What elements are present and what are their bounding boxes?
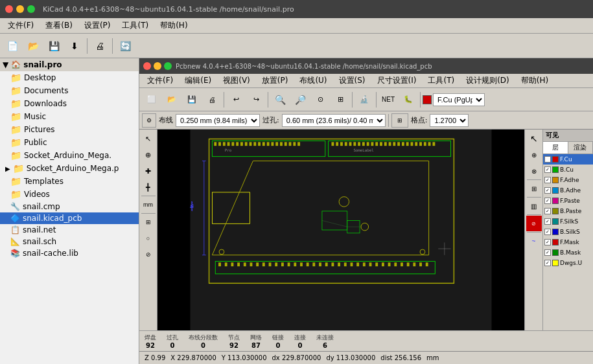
maximize-button[interactable] <box>27 5 35 13</box>
tab-render[interactable]: 渲染 <box>568 142 594 154</box>
menu-help[interactable]: 帮助(H) <box>155 19 192 32</box>
pcb-menu-design-rules[interactable]: 设计规则(D) <box>461 74 515 87</box>
layer-vis-badhe[interactable] <box>544 187 551 194</box>
layer-bmask[interactable]: B.Mask <box>543 247 593 258</box>
layer-bpaste[interactable]: B.Paste <box>543 206 593 216</box>
pcb-print-btn[interactable]: 🖨 <box>202 90 222 109</box>
layer-fsilks[interactable]: F.SilkS <box>543 216 593 227</box>
pcb-max-btn[interactable] <box>164 62 172 70</box>
pcb-undo-btn[interactable]: ↩ <box>226 90 246 109</box>
layers-tabs[interactable]: 层 渲染 <box>543 142 593 154</box>
drc-run-btn[interactable]: ⊘ <box>526 216 542 231</box>
pcb-redo-btn[interactable]: ↪ <box>246 90 266 109</box>
via-size-select[interactable]: 0.60 mm (23.6 mils)/ 0.40 mm (15.7 mils)… <box>282 114 386 127</box>
via-tool-btn[interactable]: ○ <box>141 231 156 246</box>
layer-bcu[interactable]: B.Cu <box>543 165 593 175</box>
pcb-zoom-in-btn[interactable]: 🔍 <box>270 90 290 109</box>
close-button[interactable] <box>5 5 13 13</box>
route-tool-btn[interactable]: ✚ <box>141 163 156 179</box>
print-btn[interactable]: 🖨 <box>90 36 110 56</box>
component-grid-btn[interactable]: ⊞ <box>526 181 542 196</box>
pcb-menu-view[interactable]: 视图(V) <box>218 74 255 87</box>
pcb-menu-edit[interactable]: 编辑(E) <box>180 74 216 87</box>
layer-vis-bmask[interactable] <box>544 249 551 256</box>
route-mode-btn[interactable]: ~ <box>526 233 542 249</box>
layer-vis-fcu[interactable] <box>544 156 551 163</box>
layer-fcu[interactable]: F.Cu <box>543 154 593 165</box>
pcb-netlist-btn[interactable]: NET <box>378 90 398 109</box>
pcb-menu-settings[interactable]: 设置(S) <box>334 74 371 87</box>
outer-window-controls[interactable] <box>5 5 35 13</box>
active-layer-select[interactable]: F.Cu (PgUp) <box>433 93 485 106</box>
open-btn[interactable]: 📂 <box>23 36 43 56</box>
pcb-zoom-out-btn[interactable]: 🔎 <box>290 90 310 109</box>
tree-videos[interactable]: 📁 Videos <box>0 188 139 201</box>
pcb-close-btn[interactable] <box>143 62 151 70</box>
menu-settings[interactable]: 设置(P) <box>79 19 116 32</box>
layer-vis-fsilks[interactable] <box>544 218 551 225</box>
cursor-tool-btn[interactable]: ↖ <box>526 131 542 146</box>
zone-fill-btn[interactable]: ▥ <box>526 198 542 214</box>
arrow-tool-btn[interactable]: ↖ <box>141 131 156 146</box>
tree-desktop[interactable]: 📁 Desktop <box>0 71 139 84</box>
layer-fpaste[interactable]: F.Paste <box>543 196 593 206</box>
tree-snail-net[interactable]: 📋 snail.net <box>0 224 139 236</box>
pcb-drc-btn[interactable]: 🐛 <box>399 90 418 109</box>
pcb-win-controls[interactable] <box>143 62 172 70</box>
tree-socket2[interactable]: ▶ 📁 Socket_Arduino_Mega.p <box>0 162 139 175</box>
pcb-open-btn[interactable]: 📂 <box>162 90 181 109</box>
layer-vis-bpaste[interactable] <box>544 208 551 214</box>
tree-snail-kicad-pcb[interactable]: 🔷 snail.kicad_pcb <box>0 212 139 224</box>
layer-vis-bsilks[interactable] <box>544 229 551 235</box>
trace-width-select[interactable]: 0.250 mm (9.84 mils) * <box>176 114 260 127</box>
layer-vis-fpaste[interactable] <box>544 198 551 204</box>
layer-vis-dwgsu[interactable] <box>544 260 551 266</box>
menu-view[interactable]: 查看(B) <box>40 19 78 32</box>
pcb-menu-dimensions[interactable]: 尺寸设置(I) <box>372 74 422 87</box>
pcb-canvas[interactable]: Pro SomeLabel ~In~ <box>157 130 524 330</box>
layer-fmask[interactable]: F.Mask <box>543 237 593 247</box>
new-btn[interactable]: 📄 <box>3 36 22 56</box>
pcb-menu-help[interactable]: 帮助(H) <box>516 74 553 87</box>
route-single-btn[interactable]: ⊕ <box>526 147 542 163</box>
route-diff-btn[interactable]: ⊗ <box>526 163 542 179</box>
tree-socket1[interactable]: 📁 Socket_Arduino_Mega. <box>0 149 139 162</box>
route2-tool-btn[interactable]: ╋ <box>141 179 156 195</box>
grid-settings-btn[interactable]: ⊞ <box>391 113 408 128</box>
layer-selector[interactable]: F.Cu (PgUp) <box>423 93 485 106</box>
layer-vis-bcu[interactable] <box>544 166 551 173</box>
pcb-menu-route[interactable]: 布线(U) <box>294 74 332 87</box>
project-root[interactable]: ▼ 🏠 snail.pro <box>0 58 139 71</box>
route-settings-btn[interactable]: ⚙ <box>142 113 156 128</box>
pcb-menu-place[interactable]: 放置(P) <box>257 74 294 87</box>
menu-tools[interactable]: 工具(T) <box>117 19 154 32</box>
layer-bsilks[interactable]: B.SilkS <box>543 227 593 237</box>
pcb-menu-tools[interactable]: 工具(T) <box>423 74 459 87</box>
tree-documents[interactable]: 📁 Documents <box>0 84 139 97</box>
grid-select[interactable]: 1.2700 <box>430 114 469 127</box>
refresh-btn[interactable]: 🔄 <box>115 36 135 56</box>
tree-snail-sch[interactable]: 📐 snail.sch <box>0 236 139 247</box>
zone-tool-btn[interactable]: ⊘ <box>141 247 156 262</box>
tree-pictures[interactable]: 📁 Pictures <box>0 123 139 136</box>
component-tool-btn[interactable]: ⊞ <box>141 214 156 230</box>
layer-dwgsu[interactable]: Dwgs.U <box>543 258 593 268</box>
tab-layers[interactable]: 层 <box>543 142 568 154</box>
pcb-inspect-btn[interactable]: 🔬 <box>355 90 374 109</box>
pcb-new-btn[interactable]: ⬜ <box>142 90 161 109</box>
tree-snail-cache-lib[interactable]: 📚 snail-cache.lib <box>0 247 139 259</box>
save2-btn[interactable]: ⬇ <box>65 36 84 56</box>
save-btn[interactable]: 💾 <box>44 36 64 56</box>
pcb-zoom-fit-btn[interactable]: ⊙ <box>310 90 330 109</box>
menu-file[interactable]: 文件(F) <box>3 19 39 32</box>
layer-badhe[interactable]: B.Adhe <box>543 185 593 196</box>
tree-public[interactable]: 📁 Public <box>0 136 139 149</box>
tree-templates[interactable]: 📁 Templates <box>0 175 139 188</box>
pcb-menu-file[interactable]: 文件(F) <box>142 74 178 87</box>
tree-music[interactable]: 📁 Music <box>0 110 139 123</box>
pcb-min-btn[interactable] <box>154 62 161 70</box>
layer-vis-fmask[interactable] <box>544 239 551 245</box>
pcb-save-btn[interactable]: 💾 <box>182 90 202 109</box>
pcb-zoom-select-btn[interactable]: ⊞ <box>331 90 350 109</box>
layer-fadhe[interactable]: F.Adhe <box>543 175 593 185</box>
